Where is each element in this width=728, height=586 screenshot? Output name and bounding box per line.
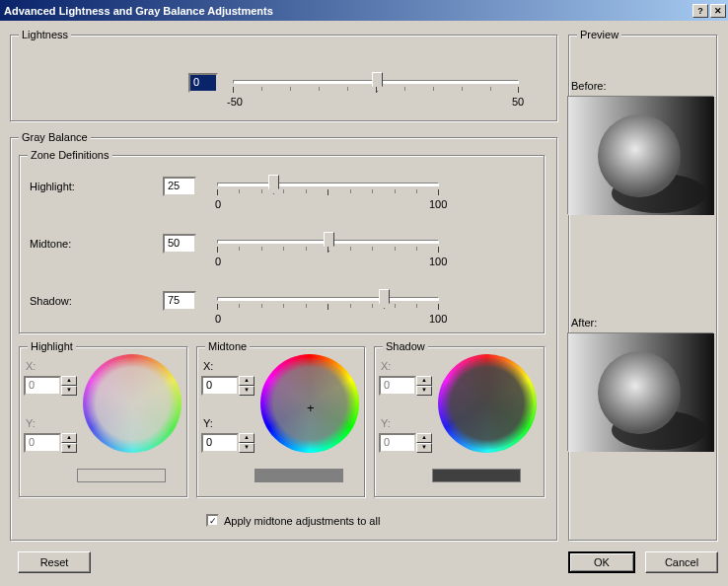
highlight-slider[interactable] <box>217 183 439 186</box>
midtone-slider[interactable] <box>217 240 439 244</box>
shadow-panel: Shadow X: 0 ▲▼ Y: 0 ▲▼ <box>374 340 546 498</box>
shadow-slider[interactable] <box>217 297 439 301</box>
help-icon: ? <box>697 6 703 16</box>
lightness-max: 50 <box>512 96 524 108</box>
dialog-title: Advanced Lightness and Gray Balance Adju… <box>4 5 691 17</box>
shadow-y-spinner: 0 ▲▼ <box>379 433 432 453</box>
ok-button[interactable]: OK <box>568 551 635 573</box>
y-label: Y: <box>26 417 36 429</box>
lightness-input[interactable]: 0 <box>188 73 218 93</box>
titlebar: Advanced Lightness and Gray Balance Adju… <box>0 0 728 21</box>
spin-down-icon: ▼ <box>61 386 77 396</box>
shadow-panel-legend: Shadow <box>383 340 428 352</box>
reset-button[interactable]: Reset <box>18 551 91 573</box>
gray-balance-group: Gray Balance Zone Definitions Highlight:… <box>10 131 558 542</box>
spin-down-icon[interactable]: ▼ <box>239 386 255 396</box>
help-button[interactable]: ? <box>692 4 708 18</box>
after-label: After: <box>571 317 597 329</box>
svg-point-2 <box>598 114 681 197</box>
lightness-slider[interactable] <box>233 80 519 84</box>
midtone-input[interactable]: 50 <box>163 234 196 254</box>
checkbox-icon[interactable]: ✓ <box>206 514 219 527</box>
zone-min: 0 <box>215 198 221 210</box>
midtone-x-spinner[interactable]: 0 ▲▼ <box>201 376 255 396</box>
shadow-swatch <box>432 469 521 482</box>
highlight-y-spinner: 0 ▲▼ <box>24 433 77 453</box>
lightness-min: -50 <box>227 96 243 108</box>
close-button[interactable]: ✕ <box>710 4 726 18</box>
cancel-button[interactable]: Cancel <box>645 551 718 573</box>
after-preview <box>567 332 713 451</box>
shadow-input[interactable]: 75 <box>163 291 196 311</box>
zone-defs-legend: Zone Definitions <box>28 149 112 161</box>
midtone-color-wheel[interactable]: + <box>260 354 359 453</box>
highlight-label: Highlight: <box>30 181 75 192</box>
apply-midtone-label: Apply midtone adjustments to all <box>224 515 380 527</box>
before-preview <box>567 96 713 214</box>
gray-balance-legend: Gray Balance <box>19 131 91 143</box>
shadow-label: Shadow: <box>30 295 72 307</box>
midtone-panel: Midtone X: 0 ▲▼ Y: 0 ▲▼ + <box>196 340 366 498</box>
svg-point-5 <box>598 351 681 434</box>
highlight-x-spinner: 0 ▲▼ <box>24 376 77 396</box>
zone-max: 100 <box>429 198 447 210</box>
preview-legend: Preview <box>577 29 621 40</box>
zone-definitions-group: Zone Definitions Highlight: 25 0 100 Mid… <box>19 149 546 334</box>
shadow-color-wheel <box>438 354 537 453</box>
x-label: X: <box>26 360 36 372</box>
midtone-label: Midtone: <box>30 238 71 250</box>
crosshair-icon[interactable]: + <box>307 401 315 415</box>
midtone-panel-legend: Midtone <box>205 340 250 352</box>
before-label: Before: <box>571 80 606 92</box>
lightness-group: Lightness 0 -50 50 <box>10 29 558 122</box>
midtone-y-spinner[interactable]: 0 ▲▼ <box>201 433 255 453</box>
spin-up-icon[interactable]: ▲ <box>239 376 255 386</box>
highlight-input[interactable]: 25 <box>163 177 196 196</box>
highlight-swatch <box>77 469 166 482</box>
preview-group: Preview Before: After: <box>568 29 718 542</box>
shadow-x-spinner: 0 ▲▼ <box>379 376 432 396</box>
lightness-legend: Lightness <box>19 29 71 40</box>
spin-up-icon: ▲ <box>61 376 77 386</box>
close-icon: ✕ <box>714 6 722 16</box>
highlight-panel-legend: Highlight <box>28 340 76 352</box>
highlight-panel: Highlight X: 0 ▲▼ Y: 0 ▲▼ <box>19 340 188 498</box>
highlight-color-wheel <box>83 354 182 453</box>
midtone-swatch <box>255 469 343 482</box>
apply-midtone-checkbox[interactable]: ✓ Apply midtone adjustments to all <box>206 514 380 527</box>
